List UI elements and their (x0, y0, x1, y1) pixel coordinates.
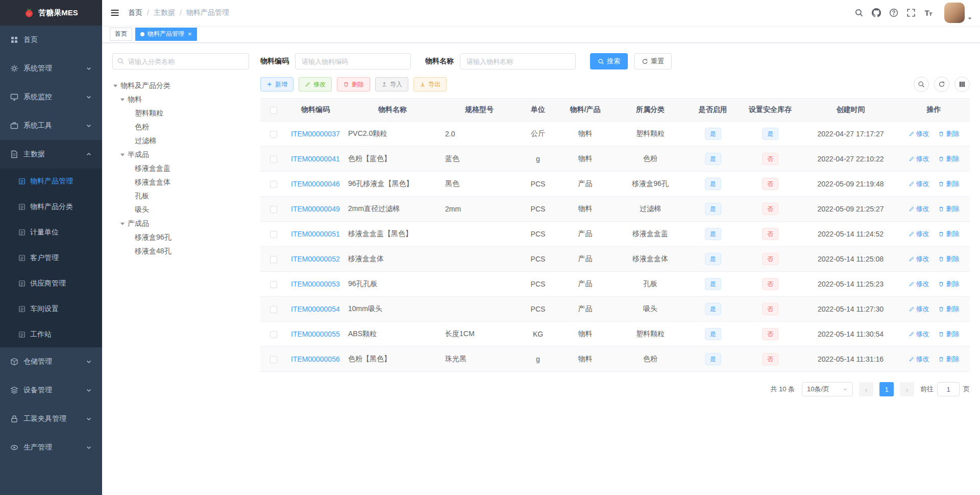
tree-node[interactable]: 移液盒盒体 (112, 175, 249, 189)
row-delete-link[interactable]: 删除 (938, 329, 959, 339)
row-edit-link[interactable]: 修改 (909, 229, 929, 239)
tree-node[interactable]: 移液盒96孔 (112, 230, 249, 244)
row-delete-link[interactable]: 删除 (938, 229, 959, 239)
caret-down-icon[interactable] (112, 83, 120, 89)
sidebar-item-system-tools[interactable]: 系统工具 (0, 111, 102, 140)
row-edit-link[interactable]: 修改 (909, 329, 929, 339)
row-checkbox[interactable] (270, 231, 277, 238)
select-all-checkbox[interactable] (270, 107, 277, 114)
tab-home[interactable]: 首页 (110, 28, 132, 41)
search-button[interactable]: 搜索 (590, 53, 628, 69)
row-delete-link[interactable]: 删除 (938, 279, 959, 289)
help-icon[interactable] (889, 8, 898, 17)
row-checkbox[interactable] (270, 156, 277, 163)
sidebar-subitem[interactable]: 物料产品管理 (0, 169, 102, 194)
sidebar-item-master-data[interactable]: 主数据 (0, 140, 102, 169)
row-checkbox[interactable] (270, 331, 277, 338)
sidebar-item-fixtures[interactable]: 工装夹具管理 (0, 405, 102, 433)
row-checkbox[interactable] (270, 181, 277, 188)
reset-button[interactable]: 重置 (634, 53, 672, 69)
row-checkbox[interactable] (270, 206, 277, 213)
font-size-icon[interactable] (924, 8, 933, 17)
tree-node[interactable]: 产成品 (112, 217, 249, 230)
tree-node[interactable]: 移液盒盒盖 (112, 161, 249, 175)
sidebar-item-equipment[interactable]: 设备管理 (0, 376, 102, 405)
next-page-button[interactable]: › (900, 382, 914, 396)
goto-page-input[interactable] (937, 382, 960, 396)
add-button[interactable]: 新增 (260, 77, 293, 91)
sidebar-item-production[interactable]: 生产管理 (0, 433, 102, 462)
item-code-link[interactable]: ITEM00000052 (291, 255, 340, 263)
refresh-button[interactable] (934, 77, 949, 92)
item-code-link[interactable]: ITEM00000051 (291, 230, 340, 238)
sidebar-subitem[interactable]: 工作站 (0, 322, 102, 347)
row-delete-link[interactable]: 删除 (938, 304, 959, 314)
close-icon[interactable]: × (188, 31, 192, 37)
sidebar-subitem[interactable]: 车间设置 (0, 296, 102, 322)
sidebar-item-system-monitor[interactable]: 系统监控 (0, 83, 102, 111)
row-delete-link[interactable]: 删除 (938, 204, 959, 214)
user-avatar[interactable] (944, 3, 965, 23)
row-edit-link[interactable]: 修改 (909, 129, 929, 138)
tree-node[interactable]: 色粉 (112, 120, 249, 134)
category-search-input[interactable] (112, 53, 249, 69)
export-button[interactable]: 导出 (413, 77, 447, 91)
tree-node[interactable]: 半成品 (112, 148, 249, 161)
page-number-button[interactable]: 1 (879, 382, 894, 396)
sidebar-item-home[interactable]: 首页 (0, 26, 102, 54)
tree-node[interactable]: 物料 (112, 92, 249, 106)
column-settings-button[interactable] (954, 77, 970, 92)
tree-node[interactable]: 孔板 (112, 189, 249, 203)
page-size-select[interactable]: 10条/页 (802, 382, 853, 396)
user-menu[interactable] (944, 3, 972, 23)
sidebar-subitem[interactable]: 计量单位 (0, 220, 102, 245)
import-button[interactable]: 导入 (375, 77, 408, 91)
row-checkbox[interactable] (270, 131, 277, 138)
row-checkbox[interactable] (270, 306, 277, 313)
item-code-link[interactable]: ITEM00000056 (291, 355, 340, 363)
row-delete-link[interactable]: 删除 (938, 355, 959, 364)
app-logo[interactable]: 苦糖果MES (0, 0, 102, 26)
tree-node[interactable]: 移液盒48孔 (112, 244, 249, 258)
fullscreen-icon[interactable] (906, 8, 916, 17)
row-checkbox[interactable] (270, 256, 277, 263)
sidebar-subitem[interactable]: 物料产品分类 (0, 194, 102, 220)
toggle-search-button[interactable] (914, 77, 929, 92)
item-code-link[interactable]: ITEM00000054 (291, 305, 340, 313)
tree-node[interactable]: 吸头 (112, 203, 249, 217)
sidebar-subitem[interactable]: 客户管理 (0, 245, 102, 271)
row-edit-link[interactable]: 修改 (909, 304, 929, 314)
row-delete-link[interactable]: 删除 (938, 154, 959, 163)
sidebar-item-warehouse[interactable]: 仓储管理 (0, 347, 102, 376)
item-code-link[interactable]: ITEM00000049 (291, 205, 340, 213)
row-edit-link[interactable]: 修改 (909, 179, 929, 188)
row-edit-link[interactable]: 修改 (909, 355, 929, 364)
tree-node[interactable]: 过滤棉 (112, 134, 249, 148)
tree-node[interactable]: 物料及产品分类 (112, 79, 249, 92)
item-code-link[interactable]: ITEM00000055 (291, 330, 340, 338)
row-edit-link[interactable]: 修改 (909, 254, 929, 264)
row-delete-link[interactable]: 删除 (938, 129, 959, 138)
row-delete-link[interactable]: 删除 (938, 179, 959, 188)
delete-button[interactable]: 删除 (337, 77, 370, 91)
prev-page-button[interactable]: ‹ (859, 382, 873, 396)
row-edit-link[interactable]: 修改 (909, 279, 929, 289)
row-checkbox[interactable] (270, 281, 277, 288)
caret-down-icon[interactable] (119, 221, 128, 227)
row-delete-link[interactable]: 删除 (938, 254, 959, 264)
material-code-input[interactable] (295, 53, 411, 69)
item-code-link[interactable]: ITEM00000046 (291, 180, 340, 188)
edit-button[interactable]: 修改 (299, 77, 332, 91)
sidebar-subitem[interactable]: 供应商管理 (0, 271, 102, 296)
tab-material-product-management[interactable]: 物料产品管理 × (135, 28, 197, 41)
item-code-link[interactable]: ITEM00000041 (291, 155, 340, 163)
caret-down-icon[interactable] (119, 97, 128, 103)
tree-node[interactable]: 塑料颗粒 (112, 106, 249, 120)
breadcrumb-home[interactable]: 首页 (128, 8, 142, 17)
caret-down-icon[interactable] (119, 152, 128, 158)
row-checkbox[interactable] (270, 356, 277, 363)
item-code-link[interactable]: ITEM00000053 (291, 280, 340, 288)
item-code-link[interactable]: ITEM00000037 (291, 130, 340, 138)
row-edit-link[interactable]: 修改 (909, 204, 929, 214)
sidebar-item-system-admin[interactable]: 系统管理 (0, 54, 102, 83)
